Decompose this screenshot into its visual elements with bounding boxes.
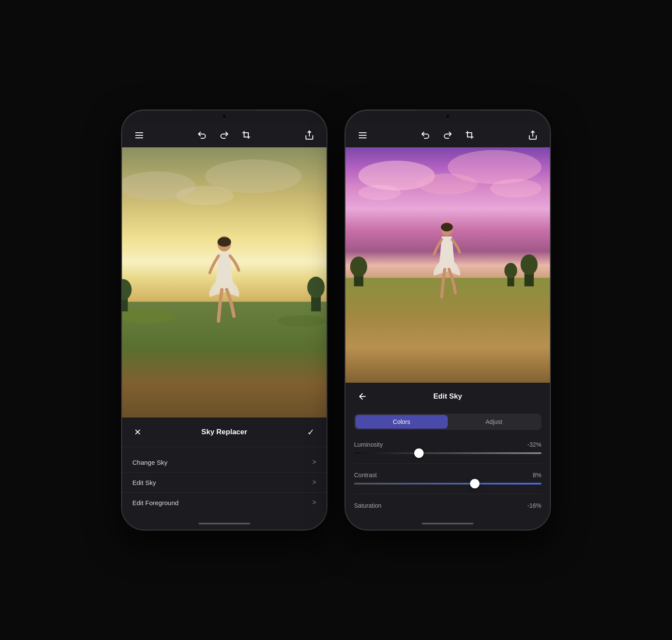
- panel-title-left: Sky Replacer: [202, 428, 247, 436]
- home-bar-left: [199, 523, 250, 524]
- redo-icon-right[interactable]: [441, 128, 455, 142]
- slider-saturation-section: Saturation -16%: [345, 498, 550, 518]
- svg-point-7: [176, 186, 234, 205]
- bottom-panel-left: ✕ Sky Replacer ✓ Change Sky > Edit Sky >: [122, 418, 327, 530]
- slider-contrast-section: Contrast 8%: [345, 467, 550, 491]
- bottom-panel-right: Edit Sky Colors Adjust Luminosity -32%: [345, 383, 550, 530]
- share-icon[interactable]: [302, 128, 316, 142]
- home-indicator-left: [122, 518, 327, 530]
- menu-item-edit-foreground[interactable]: Edit Foreground >: [122, 493, 327, 512]
- svg-point-16: [217, 237, 231, 247]
- divider-1: [354, 463, 541, 464]
- close-button-left[interactable]: ✕: [132, 425, 143, 439]
- phone-right: Edit Sky Colors Adjust Luminosity -32%: [345, 110, 551, 530]
- svg-point-14: [307, 277, 324, 298]
- slider-luminosity-value: -32%: [527, 441, 541, 448]
- home-indicator-right: [345, 518, 550, 530]
- slider-contrast-value: 8%: [533, 472, 541, 478]
- confirm-button-left[interactable]: ✓: [305, 425, 316, 439]
- crop-icon-right[interactable]: [463, 128, 477, 142]
- screen-left: ✕ Sky Replacer ✓ Change Sky > Edit Sky >: [122, 123, 327, 530]
- svg-point-24: [418, 174, 478, 195]
- edit-sky-title: Edit Sky: [370, 392, 526, 401]
- undo-icon-right[interactable]: [418, 128, 432, 142]
- slider-saturation-value: -16%: [527, 502, 541, 509]
- power-button-right: [550, 188, 551, 218]
- phone-left: ✕ Sky Replacer ✓ Change Sky > Edit Sky >: [121, 110, 327, 530]
- panel-header-left: ✕ Sky Replacer ✓: [122, 418, 327, 447]
- toolbar-center-group: [195, 128, 254, 142]
- svg-point-26: [490, 179, 541, 198]
- screen-right: Edit Sky Colors Adjust Luminosity -32%: [345, 123, 550, 530]
- phones-container: ✕ Sky Replacer ✓ Change Sky > Edit Sky >: [121, 110, 551, 530]
- menu-icon-right[interactable]: [356, 128, 370, 142]
- menu-icon[interactable]: [132, 128, 146, 142]
- toolbar-right-group: [302, 128, 316, 142]
- slider-luminosity-thumb[interactable]: [414, 448, 424, 458]
- photo-original: [122, 147, 327, 418]
- redo-icon[interactable]: [217, 128, 231, 142]
- undo-icon[interactable]: [195, 128, 209, 142]
- share-icon-right[interactable]: [526, 128, 540, 142]
- slider-luminosity-track[interactable]: [354, 452, 541, 454]
- svg-point-31: [521, 254, 538, 275]
- svg-point-33: [504, 263, 517, 278]
- camera-notch-right: [445, 114, 450, 119]
- slider-luminosity-label: Luminosity: [354, 441, 383, 448]
- menu-arrow-edit-sky: >: [312, 478, 316, 486]
- menu-arrow-edit-foreground: >: [312, 499, 316, 506]
- back-button-right[interactable]: [356, 390, 370, 403]
- toolbar-right-right-group: [526, 128, 540, 142]
- toolbar-left: [122, 123, 327, 147]
- slider-luminosity-labels: Luminosity -32%: [354, 441, 541, 448]
- slider-contrast-thumb[interactable]: [470, 479, 480, 488]
- menu-item-label-edit-sky: Edit Sky: [132, 479, 156, 486]
- tab-colors[interactable]: Colors: [355, 415, 448, 429]
- slider-luminosity-section: Luminosity -32%: [345, 437, 550, 460]
- tab-adjust[interactable]: Adjust: [448, 415, 540, 429]
- panel-menu-left: Change Sky > Edit Sky > Edit Foreground …: [122, 447, 327, 518]
- menu-item-label-change-sky: Change Sky: [132, 459, 168, 466]
- photo-edited: [345, 147, 550, 383]
- menu-item-edit-sky[interactable]: Edit Sky >: [122, 472, 327, 493]
- divider-2: [354, 494, 541, 494]
- photo-bg-left: [122, 147, 327, 418]
- toolbar-right-phone: [345, 123, 550, 147]
- tab-switcher: Colors Adjust: [354, 414, 541, 430]
- edit-sky-header: Edit Sky: [345, 383, 550, 410]
- svg-point-29: [350, 256, 367, 277]
- svg-point-10: [278, 315, 326, 327]
- slider-contrast-track[interactable]: [354, 483, 541, 485]
- slider-saturation-labels: Saturation -16%: [354, 502, 541, 509]
- svg-rect-27: [345, 278, 550, 383]
- slider-saturation-label: Saturation: [354, 502, 382, 509]
- camera-notch-left: [222, 114, 227, 119]
- slider-contrast-labels: Contrast 8%: [354, 472, 541, 478]
- menu-item-change-sky[interactable]: Change Sky >: [122, 452, 327, 472]
- toolbar-right-center-group: [418, 128, 477, 142]
- toolbar-left-group: [132, 128, 146, 142]
- crop-icon[interactable]: [240, 128, 254, 142]
- svg-point-35: [441, 223, 453, 232]
- menu-arrow-change-sky: >: [312, 458, 316, 466]
- slider-contrast-label: Contrast: [354, 472, 377, 478]
- svg-point-25: [358, 185, 401, 201]
- menu-item-label-edit-foreground: Edit Foreground: [132, 499, 179, 506]
- toolbar-right-left-group: [356, 128, 370, 142]
- photo-bg-right: [345, 147, 550, 383]
- power-button-left: [327, 188, 327, 218]
- home-bar-right: [422, 523, 473, 524]
